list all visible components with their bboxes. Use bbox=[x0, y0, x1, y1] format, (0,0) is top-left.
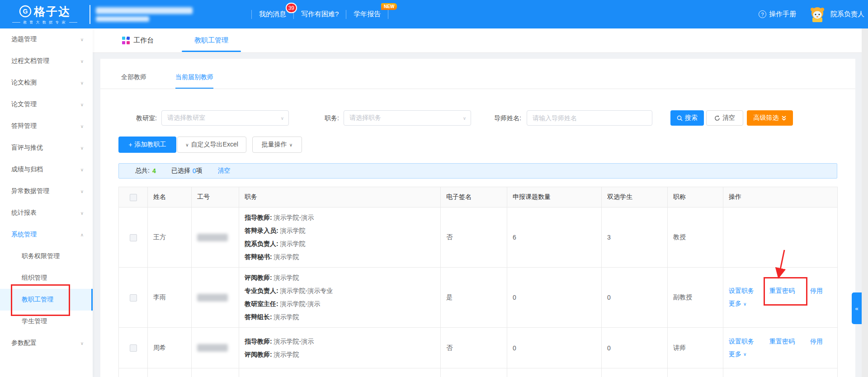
tab-staff-mgmt-label: 教职工管理 bbox=[194, 36, 228, 45]
row-checkbox[interactable] bbox=[130, 294, 137, 302]
sidebar-item-system-mgmt[interactable]: 系统管理∧ bbox=[0, 224, 93, 245]
advanced-filter-label: 高级筛选 bbox=[754, 114, 779, 122]
sidebar-item-statistics[interactable]: 统计报表∨ bbox=[0, 202, 93, 224]
col-dual-students: 双选学生 bbox=[602, 187, 668, 207]
sidebar-item-label: 过程文档管理 bbox=[11, 57, 49, 65]
cell-name: 周希 bbox=[148, 328, 192, 368]
nav-annual-report[interactable]: 学年报告 NEW bbox=[354, 10, 381, 19]
sidebar-item-student-mgmt[interactable]: 学生管理 bbox=[0, 311, 93, 332]
duty-line: 评阅教师: 演示学院 bbox=[245, 348, 435, 361]
sidebar-item-staff-mgmt[interactable]: 教职工管理 bbox=[0, 289, 93, 311]
redacted-text-line bbox=[96, 7, 193, 14]
row-checkbox[interactable] bbox=[130, 344, 137, 352]
mascot-avatar[interactable] bbox=[809, 6, 826, 23]
nav-annual-report-label: 学年报告 bbox=[354, 10, 381, 18]
reset-password-link[interactable]: 重置密码 bbox=[769, 287, 795, 295]
messages-count-badge: 39 bbox=[286, 3, 297, 13]
tutor-name-label: 导师姓名: bbox=[494, 110, 521, 126]
office-select-placeholder: 请选择教研室 bbox=[167, 114, 281, 122]
sidebar-item-param-config[interactable]: 参数配置∨ bbox=[0, 332, 93, 354]
set-duty-link[interactable]: 设置职务 bbox=[729, 338, 754, 346]
sidebar-subitem-label: 学生管理 bbox=[22, 317, 47, 325]
sidebar-item-grades-archive[interactable]: 成绩与归档∨ bbox=[0, 159, 93, 180]
sidebar-item-label: 异常数据管理 bbox=[11, 187, 49, 195]
advanced-filter-button[interactable]: 高级筛选 bbox=[747, 110, 793, 126]
total-label: 总共: bbox=[135, 167, 150, 175]
sidebar-item-org-mgmt[interactable]: 组织管理 bbox=[0, 267, 93, 289]
job-no-redacted bbox=[197, 294, 228, 302]
sidebar-item-topic-mgmt[interactable]: 选题管理∨ bbox=[0, 28, 93, 50]
user-role-label[interactable]: 院系负责人 bbox=[830, 10, 864, 19]
clear-filters-button[interactable]: 清空 bbox=[706, 110, 743, 126]
subtab-current-term-teachers[interactable]: 当前届别教师 bbox=[175, 73, 213, 89]
nav-separator bbox=[251, 10, 252, 19]
chevron-down-icon: ∨ bbox=[743, 302, 746, 306]
sidebar-item-blind-review[interactable]: 盲评与推优∨ bbox=[0, 137, 93, 159]
chevron-down-icon: ∨ bbox=[80, 211, 84, 216]
collapse-panel-tab[interactable]: « bbox=[852, 292, 862, 324]
manual-label: 操作手册 bbox=[769, 10, 796, 19]
sidebar-item-abnormal-data[interactable]: 异常数据管理∨ bbox=[0, 180, 93, 202]
disable-link[interactable]: 停用 bbox=[810, 338, 823, 346]
clear-selection-link[interactable]: 清空 bbox=[217, 167, 230, 175]
select-all-checkbox[interactable] bbox=[130, 194, 137, 201]
duty-line: 评阅教师: 演示学院 bbox=[245, 271, 435, 284]
duty-select[interactable]: 请选择职务 ∨ bbox=[344, 110, 471, 126]
app-root: G 格子达 教 育 大 数 据 专 家 我的消息 39 写作有困难? 学年报告 bbox=[0, 0, 868, 377]
duty-line: 院系负责人: 演示学院 bbox=[245, 237, 435, 250]
chevron-up-icon: ∧ bbox=[80, 232, 84, 237]
cell-title: 教授 bbox=[668, 207, 723, 268]
set-duty-link[interactable]: 设置职务 bbox=[729, 287, 754, 295]
row-checkbox[interactable] bbox=[130, 234, 137, 241]
cell-dual-students: 0 bbox=[602, 268, 668, 328]
cell-esign: 否 bbox=[441, 328, 507, 368]
col-esign: 电子签名 bbox=[441, 187, 507, 207]
duty-line: 答辩秘书: 演示学院 bbox=[245, 250, 435, 264]
sidebar-item-duty-permission-mgmt[interactable]: 职务权限管理 bbox=[0, 245, 93, 267]
chevron-down-icon: ∨ bbox=[80, 124, 84, 129]
nav-writing-help[interactable]: 写作有困难? bbox=[301, 10, 339, 19]
total-count: 4 bbox=[152, 167, 156, 174]
main-area: 工作台 教职工管理 全部教师 当前届别教师 教研室: 请选择教研室 ∨ 职务: … bbox=[93, 28, 868, 377]
nav-my-messages[interactable]: 我的消息 39 bbox=[259, 10, 286, 19]
chevron-down-icon: ∨ bbox=[185, 142, 189, 147]
tab-workbench-label: 工作台 bbox=[133, 36, 154, 45]
disable-link[interactable]: 停用 bbox=[810, 287, 823, 295]
sidebar-item-process-doc-mgmt[interactable]: 过程文档管理∨ bbox=[0, 50, 93, 72]
more-actions-link[interactable]: 更多 ∨ bbox=[729, 300, 832, 308]
header-divider bbox=[90, 5, 90, 24]
batch-actions-button[interactable]: 批量操作 ∨ bbox=[252, 137, 302, 153]
tutor-name-input[interactable] bbox=[527, 110, 652, 126]
sidebar-item-label: 成绩与归档 bbox=[11, 165, 43, 174]
sidebar-item-paper-check[interactable]: 论文检测∨ bbox=[0, 72, 93, 94]
cell-name: 王方 bbox=[148, 207, 192, 268]
more-actions-link[interactable]: 更多 ∨ bbox=[729, 350, 832, 358]
more-actions-label: 更多 bbox=[729, 300, 741, 308]
selected-count: 0 bbox=[193, 167, 196, 174]
brand-name: 格子达 bbox=[34, 4, 71, 19]
duty-line: 指导教师: 演示学院-演示 bbox=[245, 335, 435, 348]
duty-line: 专业负责人: 演示学院-演示专业 bbox=[245, 284, 435, 297]
page-tabbar: 工作台 教职工管理 bbox=[93, 28, 868, 53]
selected-unit: 项 bbox=[196, 167, 202, 175]
office-select[interactable]: 请选择教研室 ∨ bbox=[161, 110, 289, 126]
export-excel-button[interactable]: ∨ 自定义导出Excel bbox=[177, 137, 246, 153]
duty-filter-label: 职务: bbox=[325, 110, 339, 126]
add-staff-button[interactable]: + 添加教职工 bbox=[118, 137, 176, 153]
sidebar-item-defense-mgmt[interactable]: 答辩管理∨ bbox=[0, 115, 93, 137]
chevron-down-icon: ∨ bbox=[80, 189, 84, 194]
tab-workbench[interactable]: 工作台 bbox=[122, 28, 154, 53]
search-button[interactable]: 搜索 bbox=[670, 110, 704, 126]
search-icon bbox=[677, 115, 683, 121]
table-row: 李雨 评阅教师: 演示学院 专业负责人: 演示学院-演示专业 教研室主任: 演示… bbox=[119, 268, 838, 328]
nav-my-messages-label: 我的消息 bbox=[259, 10, 286, 18]
page-scrollbar[interactable] bbox=[862, 28, 868, 377]
new-badge: NEW bbox=[381, 3, 397, 10]
reset-password-link[interactable]: 重置密码 bbox=[769, 338, 795, 346]
sidebar-item-paper-mgmt[interactable]: 论文管理∨ bbox=[0, 94, 93, 115]
sidebar-item-label: 答辩管理 bbox=[11, 122, 37, 130]
header-right: ? 操作手册 院系负责人 bbox=[759, 0, 864, 28]
tab-staff-mgmt[interactable]: 教职工管理 bbox=[182, 28, 241, 53]
manual-link[interactable]: ? 操作手册 bbox=[759, 10, 796, 19]
subtab-all-teachers[interactable]: 全部教师 bbox=[121, 73, 146, 89]
